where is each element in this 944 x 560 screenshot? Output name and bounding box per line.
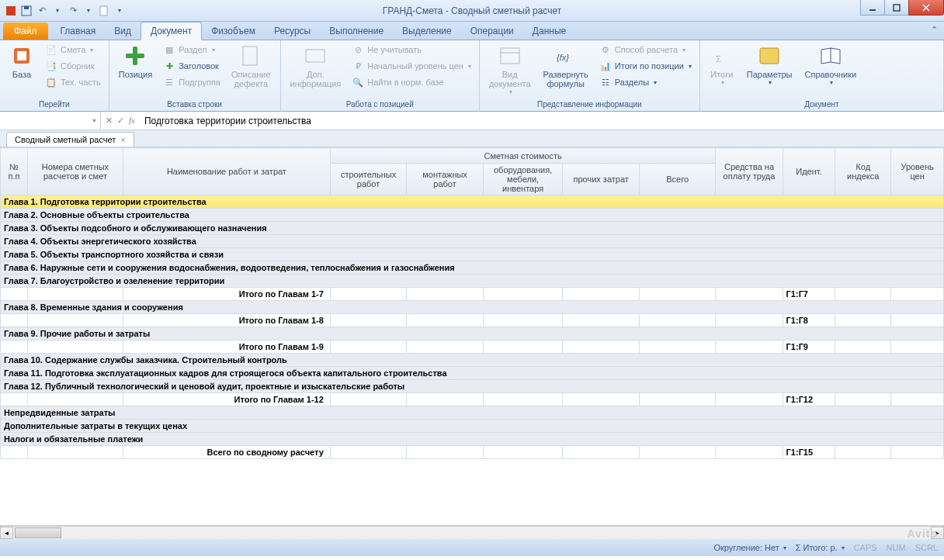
svg-text:{fx}: {fx} — [557, 53, 569, 62]
col-prochih[interactable]: прочих затрат — [563, 164, 640, 195]
svg-rect-12 — [243, 47, 257, 65]
spravochniki-button[interactable]: Справочники▾ — [800, 42, 861, 88]
col-stroit[interactable]: строительных работ — [330, 164, 407, 195]
col-oborud[interactable]: оборудования, мебели, инвентаря — [483, 164, 563, 195]
razdel-button[interactable]: ▦Раздел▾ — [160, 42, 224, 57]
ribbon-group-vstavka: Позиция ▦Раздел▾ ✚Заголовок ☰Подгруппа О… — [109, 40, 281, 111]
table-row[interactable]: Итого по Главам 1-7Г1:Г7 — [1, 288, 944, 301]
dop-info-button[interactable]: Доп.информация — [286, 42, 346, 90]
col-ident[interactable]: Идент. — [783, 148, 835, 195]
table-row[interactable]: Глава 5. Объекты транспортного хозяйства… — [1, 248, 944, 261]
fx-icon[interactable]: fx — [129, 116, 135, 126]
itogi-button[interactable]: Σ Итоги▾ — [705, 42, 739, 88]
table-row[interactable]: Итого по Главам 1-12Г1:Г12 — [1, 393, 944, 406]
razdely-button[interactable]: ☷Разделы▾ — [596, 74, 695, 90]
close-button[interactable] — [908, 0, 944, 16]
tab-resursy[interactable]: Ресурсы — [265, 22, 320, 40]
col-kod[interactable]: Код индекса — [835, 148, 891, 195]
tab-dannye[interactable]: Данные — [523, 22, 575, 40]
zagolovok-button[interactable]: ✚Заголовок — [160, 58, 224, 74]
file-tab[interactable]: Файл — [3, 22, 48, 40]
redo-icon[interactable]: ↷ — [67, 5, 79, 17]
col-npp[interactable]: № п.п — [1, 148, 28, 195]
table-row[interactable]: Глава 9. Прочие работы и затраты — [1, 327, 944, 340]
cancel-icon[interactable]: ✕ — [106, 116, 113, 126]
table-row[interactable]: Глава 12. Публичный технологический и це… — [1, 380, 944, 393]
name-box[interactable]: ▼ — [0, 112, 101, 130]
formula-bar: ▼ ✕ ✓ fx — [0, 112, 944, 130]
col-smetnaya[interactable]: Сметная стоимость — [330, 148, 716, 164]
dropdown-icon[interactable]: ▼ — [51, 5, 64, 17]
smeta-button[interactable]: 📄Смета▾ — [42, 42, 104, 57]
horizontal-scrollbar[interactable]: ◄ ► — [0, 526, 944, 539]
col-uroven[interactable]: Уровень цен — [891, 148, 944, 195]
svg-rect-11 — [126, 54, 144, 58]
status-rounding[interactable]: Округление: Нет ▾ — [713, 543, 786, 552]
grid[interactable]: № п.п Номера сметных расчетов и смет Наи… — [0, 147, 944, 526]
opisanie-defekta-button[interactable]: Описаниедефекта — [227, 42, 276, 90]
svg-rect-3 — [100, 6, 107, 16]
status-sum[interactable]: Σ Итого: р. ▾ — [796, 543, 845, 552]
scroll-thumb[interactable] — [15, 527, 61, 538]
table-row[interactable]: Глава 3. Объекты подсобного и обслуживаю… — [1, 222, 944, 235]
col-montazh[interactable]: монтажных работ — [407, 164, 484, 195]
undo-icon[interactable]: ↶ — [36, 5, 48, 17]
table-row[interactable]: Всего по сводному расчетуГ1:Г15 — [1, 446, 944, 459]
table-row[interactable]: Непредвиденные затраты — [1, 406, 944, 420]
col-sredstva[interactable]: Средства на оплату труда — [716, 148, 783, 195]
podgruppa-button[interactable]: ☰Подгруппа — [160, 74, 224, 90]
table-row[interactable]: Глава 4. Объекты энергетического хозяйст… — [1, 235, 944, 248]
naiti-v-baze-button[interactable]: 🔍Найти в норм. базе — [349, 74, 474, 90]
sposob-rascheta-button[interactable]: ⚙Способ расчета▾ — [596, 42, 695, 57]
minimize-button[interactable] — [860, 0, 885, 16]
status-bar: Округление: Нет ▾ Σ Итого: р. ▾ CAPS NUM… — [0, 539, 944, 556]
svg-rect-18 — [760, 48, 779, 64]
maximize-button[interactable] — [884, 0, 909, 16]
table-row[interactable]: Глава 11. Подготовка эксплуатационных ка… — [1, 367, 944, 380]
accept-icon[interactable]: ✓ — [117, 116, 124, 126]
table-row[interactable]: Итого по Главам 1-8Г1:Г8 — [1, 314, 944, 327]
baza-button[interactable]: База — [5, 42, 39, 81]
close-tab-icon[interactable]: × — [120, 135, 125, 144]
tab-glavnaya[interactable]: Главная — [51, 22, 106, 40]
col-naimenovanie[interactable]: Наименование работ и затрат — [123, 148, 331, 195]
ribbon-group-predstavlenie: Виддокумента▾ {fx} Развернутьформулы ⚙Сп… — [480, 40, 700, 111]
table-row[interactable]: Глава 2. Основные объекты строительства — [1, 209, 944, 222]
tab-vid[interactable]: Вид — [105, 22, 141, 40]
scroll-right-button[interactable]: ► — [931, 527, 944, 539]
col-nomera[interactable]: Номера сметных расчетов и смет — [27, 148, 123, 195]
tab-operatsii[interactable]: Операции — [461, 22, 523, 40]
tab-vydelenie[interactable]: Выделение — [393, 22, 461, 40]
ne-uchityvat-button[interactable]: ⊘Не учитывать — [349, 42, 474, 57]
tab-vypolnenie[interactable]: Выполнение — [320, 22, 393, 40]
table-row[interactable]: Глава 1. Подготовка территории строитель… — [1, 195, 944, 209]
vid-dokumenta-button[interactable]: Виддокумента▾ — [484, 42, 536, 97]
worksheet-tab[interactable]: Сводный сметный расчет × — [6, 132, 134, 147]
table-row[interactable]: Глава 8. Временные здания и сооружения — [1, 301, 944, 314]
table-row[interactable]: Итого по Главам 1-9Г1:Г9 — [1, 340, 944, 354]
tab-fizobyem[interactable]: Физобъем — [202, 22, 265, 40]
table-row[interactable]: Глава 10. Содержание службы заказчика. С… — [1, 354, 944, 367]
razvernut-button[interactable]: {fx} Развернутьформулы — [539, 42, 593, 90]
save-icon[interactable] — [20, 5, 33, 17]
table-row[interactable]: Налоги и обязательные платежи — [1, 433, 944, 446]
tab-dokument[interactable]: Документ — [141, 22, 202, 40]
pozitsiya-button[interactable]: Позиция — [114, 42, 158, 81]
parametry-button[interactable]: Параметры▾ — [742, 42, 797, 88]
itogi-po-pozitsii-button[interactable]: 📊Итоги по позиции▾ — [596, 58, 695, 74]
table-row[interactable]: Глава 6. Наружные сети и сооружения водо… — [1, 261, 944, 275]
new-icon[interactable] — [98, 5, 110, 17]
help-icon[interactable]: ⌃ — [931, 25, 938, 35]
col-vsego[interactable]: Всего — [639, 164, 716, 195]
tehchast-button[interactable]: 📋Тех. часть — [42, 74, 104, 90]
qat-customize-icon[interactable]: ▼ — [113, 5, 126, 17]
table-row[interactable]: Глава 7. Благоустройство и озеленение те… — [1, 275, 944, 288]
sbornik-button[interactable]: 📑Сборник — [42, 58, 104, 74]
dropdown-icon[interactable]: ▼ — [82, 5, 95, 17]
table-row[interactable]: Дополнительные затраты в текущих ценах — [1, 420, 944, 433]
ribbon-group-dokument: Σ Итоги▾ Параметры▾ Справочники▾ Докумен… — [700, 40, 944, 111]
totals-icon: 📊 — [599, 60, 612, 72]
scroll-left-button[interactable]: ◄ — [0, 527, 13, 539]
nach-uroven-button[interactable]: ₽Начальный уровень цен▾ — [349, 58, 474, 74]
formula-input[interactable] — [140, 116, 944, 126]
